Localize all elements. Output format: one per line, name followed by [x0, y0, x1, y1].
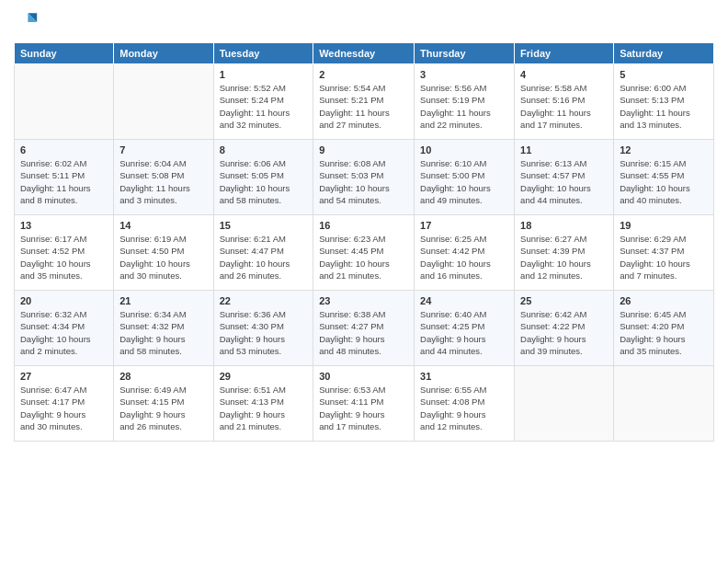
- day-number: 26: [620, 295, 708, 306]
- day-cell: 30Sunrise: 6:53 AM Sunset: 4:11 PM Dayli…: [313, 366, 415, 442]
- day-number: 30: [319, 371, 408, 382]
- day-number: 25: [520, 295, 608, 306]
- day-number: 12: [620, 144, 708, 155]
- day-info: Sunrise: 6:42 AM Sunset: 4:22 PM Dayligh…: [520, 308, 608, 357]
- day-number: 29: [220, 371, 308, 382]
- day-cell: 13Sunrise: 6:17 AM Sunset: 4:52 PM Dayli…: [15, 215, 114, 291]
- day-info: Sunrise: 6:17 AM Sunset: 4:52 PM Dayligh…: [20, 233, 108, 282]
- week-row-4: 20Sunrise: 6:32 AM Sunset: 4:34 PM Dayli…: [15, 291, 714, 366]
- day-number: 11: [520, 144, 608, 155]
- day-cell: 2Sunrise: 5:54 AM Sunset: 5:21 PM Daylig…: [313, 64, 415, 140]
- day-info: Sunrise: 6:36 AM Sunset: 4:30 PM Dayligh…: [220, 308, 308, 357]
- weekday-header-monday: Monday: [114, 43, 213, 64]
- day-cell: 16Sunrise: 6:23 AM Sunset: 4:45 PM Dayli…: [313, 215, 415, 291]
- day-info: Sunrise: 5:54 AM Sunset: 5:21 PM Dayligh…: [319, 82, 408, 131]
- day-info: Sunrise: 6:15 AM Sunset: 4:55 PM Dayligh…: [620, 157, 708, 206]
- day-info: Sunrise: 6:38 AM Sunset: 4:27 PM Dayligh…: [319, 308, 408, 357]
- day-number: 28: [119, 371, 207, 382]
- day-info: Sunrise: 6:47 AM Sunset: 4:17 PM Dayligh…: [20, 384, 108, 432]
- day-cell: 22Sunrise: 6:36 AM Sunset: 4:30 PM Dayli…: [213, 291, 313, 366]
- week-row-3: 13Sunrise: 6:17 AM Sunset: 4:52 PM Dayli…: [15, 215, 714, 291]
- day-info: Sunrise: 6:40 AM Sunset: 4:25 PM Dayligh…: [420, 308, 508, 357]
- day-cell: 18Sunrise: 6:27 AM Sunset: 4:39 PM Dayli…: [515, 215, 614, 291]
- week-row-1: 1Sunrise: 5:52 AM Sunset: 5:24 PM Daylig…: [15, 64, 714, 140]
- day-info: Sunrise: 6:06 AM Sunset: 5:05 PM Dayligh…: [220, 157, 308, 206]
- day-cell: 1Sunrise: 5:52 AM Sunset: 5:24 PM Daylig…: [213, 64, 313, 140]
- day-info: Sunrise: 6:25 AM Sunset: 4:42 PM Dayligh…: [420, 233, 508, 282]
- day-number: 24: [420, 295, 508, 306]
- day-number: 10: [420, 144, 508, 155]
- weekday-header-thursday: Thursday: [415, 43, 515, 64]
- day-cell: 17Sunrise: 6:25 AM Sunset: 4:42 PM Dayli…: [415, 215, 515, 291]
- day-info: Sunrise: 6:13 AM Sunset: 4:57 PM Dayligh…: [520, 157, 608, 206]
- day-info: Sunrise: 6:23 AM Sunset: 4:45 PM Dayligh…: [319, 233, 408, 282]
- day-number: 17: [420, 220, 508, 231]
- day-number: 9: [319, 144, 408, 155]
- day-info: Sunrise: 6:32 AM Sunset: 4:34 PM Dayligh…: [20, 308, 108, 357]
- day-number: 20: [20, 295, 108, 306]
- day-cell: 15Sunrise: 6:21 AM Sunset: 4:47 PM Dayli…: [213, 215, 313, 291]
- day-number: 3: [420, 69, 508, 80]
- day-cell: 8Sunrise: 6:06 AM Sunset: 5:05 PM Daylig…: [213, 140, 313, 215]
- day-cell: 9Sunrise: 6:08 AM Sunset: 5:03 PM Daylig…: [313, 140, 415, 215]
- day-number: 7: [119, 144, 207, 155]
- day-cell: 5Sunrise: 6:00 AM Sunset: 5:13 PM Daylig…: [614, 64, 714, 140]
- week-row-2: 6Sunrise: 6:02 AM Sunset: 5:11 PM Daylig…: [15, 140, 714, 215]
- day-info: Sunrise: 6:04 AM Sunset: 5:08 PM Dayligh…: [119, 157, 207, 206]
- day-number: 21: [119, 295, 207, 306]
- day-cell: [114, 64, 213, 140]
- logo: [14, 9, 43, 35]
- day-number: 5: [620, 69, 708, 80]
- day-number: 4: [520, 69, 608, 80]
- day-cell: 26Sunrise: 6:45 AM Sunset: 4:20 PM Dayli…: [614, 291, 714, 366]
- day-cell: 7Sunrise: 6:04 AM Sunset: 5:08 PM Daylig…: [114, 140, 213, 215]
- day-number: 15: [220, 220, 308, 231]
- day-number: 22: [220, 295, 308, 306]
- day-info: Sunrise: 6:49 AM Sunset: 4:15 PM Dayligh…: [119, 384, 207, 432]
- day-number: 2: [319, 69, 408, 80]
- day-cell: 11Sunrise: 6:13 AM Sunset: 4:57 PM Dayli…: [515, 140, 614, 215]
- page-header: [14, 9, 714, 35]
- day-info: Sunrise: 6:29 AM Sunset: 4:37 PM Dayligh…: [620, 233, 708, 282]
- week-row-5: 27Sunrise: 6:47 AM Sunset: 4:17 PM Dayli…: [15, 366, 714, 442]
- day-cell: 3Sunrise: 5:56 AM Sunset: 5:19 PM Daylig…: [415, 64, 515, 140]
- day-cell: 28Sunrise: 6:49 AM Sunset: 4:15 PM Dayli…: [114, 366, 213, 442]
- day-number: 14: [119, 220, 207, 231]
- day-cell: 25Sunrise: 6:42 AM Sunset: 4:22 PM Dayli…: [515, 291, 614, 366]
- day-number: 13: [20, 220, 108, 231]
- day-cell: 29Sunrise: 6:51 AM Sunset: 4:13 PM Dayli…: [213, 366, 313, 442]
- page-container: SundayMondayTuesdayWednesdayThursdayFrid…: [0, 0, 728, 563]
- day-info: Sunrise: 6:27 AM Sunset: 4:39 PM Dayligh…: [520, 233, 608, 282]
- day-cell: 19Sunrise: 6:29 AM Sunset: 4:37 PM Dayli…: [614, 215, 714, 291]
- day-info: Sunrise: 6:08 AM Sunset: 5:03 PM Dayligh…: [319, 157, 408, 206]
- day-cell: 27Sunrise: 6:47 AM Sunset: 4:17 PM Dayli…: [15, 366, 114, 442]
- weekday-header-saturday: Saturday: [614, 43, 714, 64]
- day-info: Sunrise: 6:10 AM Sunset: 5:00 PM Dayligh…: [420, 157, 508, 206]
- day-cell: [614, 366, 714, 442]
- day-info: Sunrise: 6:53 AM Sunset: 4:11 PM Dayligh…: [319, 384, 408, 432]
- day-number: 19: [620, 220, 708, 231]
- weekday-header-sunday: Sunday: [15, 43, 114, 64]
- day-info: Sunrise: 6:55 AM Sunset: 4:08 PM Dayligh…: [420, 384, 508, 432]
- day-cell: 12Sunrise: 6:15 AM Sunset: 4:55 PM Dayli…: [614, 140, 714, 215]
- day-cell: 23Sunrise: 6:38 AM Sunset: 4:27 PM Dayli…: [313, 291, 415, 366]
- day-cell: 21Sunrise: 6:34 AM Sunset: 4:32 PM Dayli…: [114, 291, 213, 366]
- day-number: 18: [520, 220, 608, 231]
- day-cell: 6Sunrise: 6:02 AM Sunset: 5:11 PM Daylig…: [15, 140, 114, 215]
- day-info: Sunrise: 6:45 AM Sunset: 4:20 PM Dayligh…: [620, 308, 708, 357]
- logo-icon: [14, 9, 40, 35]
- day-info: Sunrise: 5:58 AM Sunset: 5:16 PM Dayligh…: [520, 82, 608, 131]
- day-info: Sunrise: 6:00 AM Sunset: 5:13 PM Dayligh…: [620, 82, 708, 131]
- day-cell: [15, 64, 114, 140]
- day-cell: 14Sunrise: 6:19 AM Sunset: 4:50 PM Dayli…: [114, 215, 213, 291]
- day-number: 8: [220, 144, 308, 155]
- day-info: Sunrise: 6:02 AM Sunset: 5:11 PM Dayligh…: [20, 157, 108, 206]
- day-number: 1: [220, 69, 308, 80]
- day-number: 16: [319, 220, 408, 231]
- day-cell: 24Sunrise: 6:40 AM Sunset: 4:25 PM Dayli…: [415, 291, 515, 366]
- weekday-header-row: SundayMondayTuesdayWednesdayThursdayFrid…: [15, 43, 714, 64]
- calendar-table: SundayMondayTuesdayWednesdayThursdayFrid…: [14, 42, 714, 442]
- day-info: Sunrise: 6:21 AM Sunset: 4:47 PM Dayligh…: [220, 233, 308, 282]
- day-info: Sunrise: 5:52 AM Sunset: 5:24 PM Dayligh…: [220, 82, 308, 131]
- weekday-header-tuesday: Tuesday: [213, 43, 313, 64]
